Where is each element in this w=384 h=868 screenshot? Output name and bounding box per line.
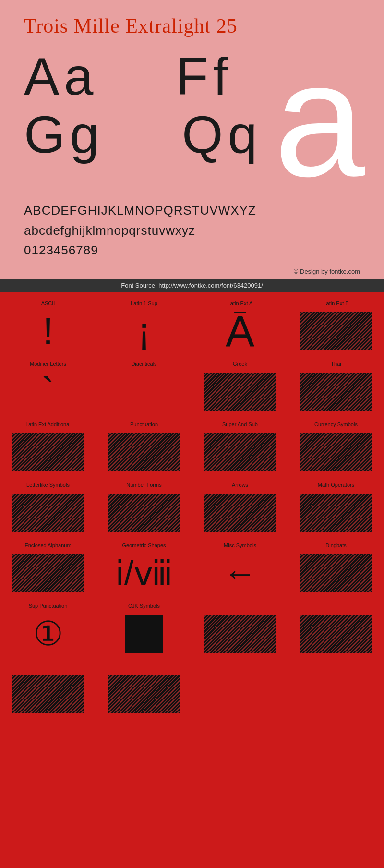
label-arrows: Arrows — [232, 482, 248, 490]
label-letterlikesymbols: Letterlike Symbols — [26, 482, 70, 490]
letter-gg: Gg — [24, 105, 104, 164]
label-ascii: ASCII — [41, 301, 55, 308]
grid-row-4: Letterlike Symbols Number Forms Arrows M… — [0, 478, 384, 539]
glyph-black-square — [125, 615, 163, 653]
source-line: Font Source: http://www.fontke.com/font/… — [0, 279, 384, 292]
label-superandsub: Super And Sub — [222, 422, 258, 429]
cell-extra2 — [96, 660, 192, 720]
tile-numberforms — [108, 494, 180, 532]
content-currencysymbols — [300, 433, 372, 471]
content-latin1sup: ¡ — [108, 312, 180, 350]
alphabet-section: ABCDEFGHIJKLMNOPQRSTUVWXYZ abcdefghijklm… — [0, 191, 384, 265]
cell-currencysymbols: Currency Symbols — [288, 418, 384, 478]
digits: 0123456789 — [24, 241, 360, 261]
cell-mathoperators: Math Operators — [288, 478, 384, 539]
cell-diacriticals: Diacriticals — [96, 357, 192, 418]
label-dingbats: Dingbats — [325, 542, 346, 550]
cell-empty2 — [288, 599, 384, 660]
content-thai — [300, 373, 372, 411]
content-superandsub — [204, 433, 276, 471]
letter-showcase: Aa Ff Gg Qq a — [24, 47, 360, 181]
content-extra3 — [204, 675, 276, 713]
cell-miscsymbols: Misc Symbols ← — [192, 539, 288, 599]
alphabet-lower: abcdefghijklmnopqrstuvwxyz — [24, 221, 360, 241]
label-enclosedalphanm: Enclosed Alphanum — [24, 542, 71, 550]
cell-letterlikesymbols: Letterlike Symbols — [0, 478, 96, 539]
glyph-backtick: ` — [42, 373, 55, 411]
label-numberforms: Number Forms — [126, 482, 161, 490]
cell-extra1 — [0, 660, 96, 720]
tile-punctuation — [108, 433, 180, 471]
label-geometricshapes: Geometric Shapes — [122, 542, 166, 550]
tile-thai — [300, 373, 372, 411]
content-extra2 — [108, 675, 180, 713]
label-thai: Thai — [331, 361, 341, 369]
alphabet-text: ABCDEFGHIJKLMNOPQRSTUVWXYZ abcdefghijklm… — [24, 201, 360, 261]
letter-pair-af: Aa Ff — [24, 47, 262, 105]
label-latin1sup: Latin 1 Sup — [131, 301, 157, 308]
cell-thai: Thai — [288, 357, 384, 418]
cell-punctuation: Punctuation — [96, 418, 192, 478]
cell-arrows: Arrows — [192, 478, 288, 539]
label-modifierletters: Modifier Letters — [30, 361, 66, 369]
content-ascii: ! — [12, 312, 84, 350]
content-miscsymbols: ← — [204, 554, 276, 592]
letter-ff: Ff — [176, 47, 233, 106]
content-extra1 — [12, 675, 84, 713]
content-enclosedalphanm — [12, 554, 84, 592]
tile-dingbats — [300, 554, 372, 592]
font-title: Trois Mille Extralight 25 — [24, 14, 360, 37]
cell-modifierletters: Modifier Letters ` — [0, 357, 96, 418]
content-mathoperators — [300, 494, 372, 532]
content-latinextadditional — [12, 433, 84, 471]
letter-pair-gq: Gg Qq — [24, 105, 262, 163]
tile-empty1 — [204, 615, 276, 653]
grid-row-6: Sup Punctuation ① CJK Symbols — [0, 599, 384, 660]
content-latinexta: Ā — [204, 312, 276, 350]
label-suppunctuation: Sup Punctuation — [29, 603, 68, 611]
tile-currencysymbols — [300, 433, 372, 471]
content-arrows — [204, 494, 276, 532]
content-empty2 — [300, 615, 372, 653]
content-punctuation — [108, 433, 180, 471]
cell-latinexta: Latin Ext A Ā — [192, 297, 288, 357]
grid-row-7 — [0, 660, 384, 720]
glyph-fraction: ⅰ/ⅷ — [115, 556, 173, 590]
cell-latinextadditional: Latin Ext Additional — [0, 418, 96, 478]
grid-section: ASCII ! Latin 1 Sup ¡ Latin Ext A Ā Lati… — [0, 292, 384, 725]
label-cjksymbols: CJK Symbols — [128, 603, 160, 611]
content-cjksymbols — [108, 615, 180, 653]
label-currencysymbols: Currency Symbols — [314, 422, 358, 429]
content-diacriticals — [108, 373, 180, 411]
content-numberforms — [108, 494, 180, 532]
cell-cjksymbols: CJK Symbols — [96, 599, 192, 660]
tile-greek — [204, 373, 276, 411]
cell-enclosedalphanum: Enclosed Alphanum — [0, 539, 96, 599]
tile-latinextadditional — [12, 433, 84, 471]
tile-latinextb — [300, 312, 372, 350]
content-dingbats — [300, 554, 372, 592]
cell-geometricshapes: Geometric Shapes ⅰ/ⅷ — [96, 539, 192, 599]
cell-greek: Greek — [192, 357, 288, 418]
letter-aa: Aa — [24, 47, 98, 106]
cell-superandsub: Super And Sub — [192, 418, 288, 478]
label-latinexta: Latin Ext A — [228, 301, 253, 308]
label-miscsymbols: Misc Symbols — [224, 542, 256, 550]
label-greek: Greek — [233, 361, 247, 369]
grid-row-3: Latin Ext Additional Punctuation Super A… — [0, 418, 384, 478]
content-greek — [204, 373, 276, 411]
label-diacriticals: Diacriticals — [131, 361, 156, 369]
grid-row-2: Modifier Letters ` Diacriticals Greek Th… — [0, 357, 384, 418]
cell-ascii: ASCII ! — [0, 297, 96, 357]
tile-mathoperators — [300, 494, 372, 532]
content-extra4 — [300, 675, 372, 713]
glyph-arrow: ← — [223, 556, 257, 590]
tile-letterlikesymbols — [12, 494, 84, 532]
tile-superandsub — [204, 433, 276, 471]
grid-row-5: Enclosed Alphanum Geometric Shapes ⅰ/ⅷ M… — [0, 539, 384, 599]
content-latinextb — [300, 312, 372, 350]
label-punctuation: Punctuation — [130, 422, 158, 429]
cell-latin1sup: Latin 1 Sup ¡ — [96, 297, 192, 357]
large-bg-letter: a — [274, 37, 365, 201]
label-latinextadditional: Latin Ext Additional — [25, 422, 71, 429]
